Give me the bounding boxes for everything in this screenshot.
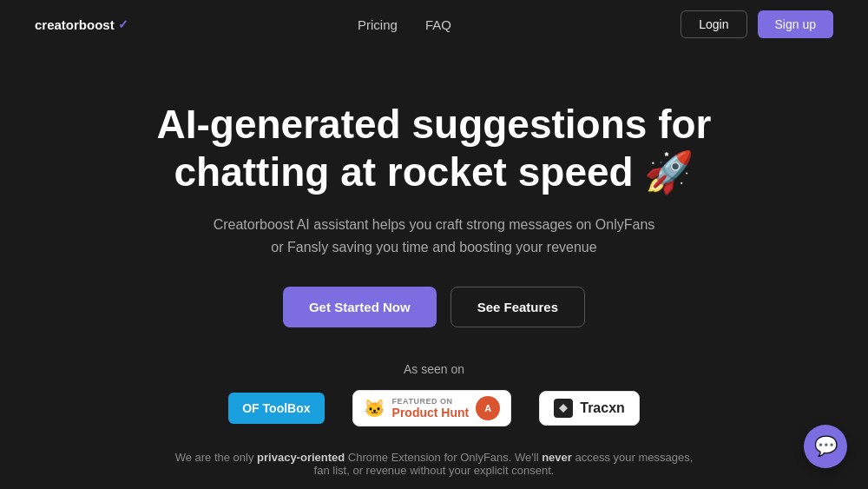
signup-button[interactable]: Sign up <box>758 10 833 38</box>
get-started-button[interactable]: Get Started Now <box>283 287 437 327</box>
tracxn-icon <box>554 399 573 418</box>
privacy-note-start: We are the only <box>175 451 257 464</box>
nav-link-faq[interactable]: FAQ <box>425 17 451 32</box>
badges-row: OF ToolBox 🐱 FEATURED ON Product Hunt A <box>228 390 640 426</box>
nav-logo: creatorboost ✓ <box>35 17 128 32</box>
logo-check-icon: ✓ <box>118 17 128 31</box>
ph-featured-label: FEATURED ON <box>392 397 453 406</box>
chat-bubble-icon: 💬 <box>814 435 838 458</box>
oftoolbox-badge[interactable]: OF ToolBox <box>228 393 324 424</box>
hero-section: AI-generated suggestions for chatting at… <box>0 49 868 489</box>
ph-text-block: FEATURED ON Product Hunt <box>392 397 470 420</box>
privacy-bold1: privacy-oriented <box>257 451 345 464</box>
chat-bubble-button[interactable]: 💬 <box>804 425 847 468</box>
nav-actions: Login Sign up <box>681 10 833 38</box>
nav-links: Pricing FAQ <box>358 17 451 32</box>
privacy-bold2: never <box>542 451 572 464</box>
hero-headline: AI-generated suggestions for chatting at… <box>139 101 729 196</box>
tracxn-badge[interactable]: Tracxn <box>539 391 640 426</box>
hero-buttons: Get Started Now See Features <box>283 287 585 327</box>
hero-subheadline: Creatorboost AI assistant helps you craf… <box>208 214 660 258</box>
login-button[interactable]: Login <box>681 10 746 38</box>
privacy-note-mid: Chrome Extension for OnlyFans. We'll <box>345 451 542 464</box>
logo-text: creatorboost <box>35 17 115 32</box>
ph-name-label: Product Hunt <box>392 406 470 420</box>
ph-cat-icon: 🐱 <box>364 398 385 419</box>
nav-link-pricing[interactable]: Pricing <box>358 17 398 32</box>
tracxn-name: Tracxn <box>580 400 625 416</box>
see-features-button[interactable]: See Features <box>450 287 585 327</box>
as-seen-on-section: As seen on OF ToolBox 🐱 FEATURED ON Prod… <box>228 362 640 426</box>
navbar: creatorboost ✓ Pricing FAQ Login Sign up <box>0 0 868 49</box>
privacy-note: We are the only privacy-oriented Chrome … <box>174 451 694 477</box>
of-text: OF <box>242 401 259 415</box>
toolbox-text: ToolBox <box>263 401 311 415</box>
producthunt-badge[interactable]: 🐱 FEATURED ON Product Hunt A <box>352 390 512 426</box>
ph-score-badge: A <box>476 396 500 420</box>
as-seen-label: As seen on <box>404 362 464 376</box>
